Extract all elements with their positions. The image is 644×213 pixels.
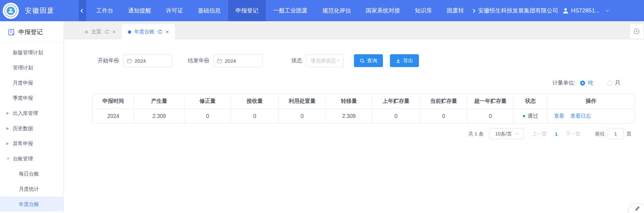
status-badge: 通过 <box>528 113 538 119</box>
col-transferred: 转移量 <box>326 94 372 109</box>
sidebar-item-annual-ledger[interactable]: 年度台账 <box>0 196 64 212</box>
main-area: 主页 × 年度台账 × × <box>64 21 644 213</box>
sidebar-item-history-data[interactable]: ▶历史数据 <box>0 121 64 136</box>
search-icon <box>360 58 365 63</box>
chevron-down-icon <box>337 59 340 61</box>
col-corrected: 修正量 <box>184 94 231 109</box>
start-year-label: 开始年份 <box>98 57 119 64</box>
tab-bar: 主页 × 年度台账 × × <box>64 21 644 39</box>
menu-item-general-industrial-waste[interactable]: 一般工业固废 <box>266 0 315 21</box>
triangle-right-icon: ▶ <box>6 105 9 121</box>
goto-page-input[interactable] <box>608 128 624 139</box>
radio-ton[interactable] <box>580 81 585 86</box>
unit-option-piece[interactable]: 只 <box>615 80 620 87</box>
triangle-down-icon: ▼ <box>6 151 10 166</box>
current-page[interactable]: 1 <box>555 131 558 137</box>
sidebar-item-ledger-management[interactable]: ▼台账管理 <box>0 151 64 166</box>
close-all-tabs-button[interactable]: × <box>630 24 643 39</box>
col-received: 接收量 <box>231 94 279 109</box>
chevron-left-icon <box>80 9 84 12</box>
user-icon <box>562 7 569 14</box>
end-year-label: 结束年份 <box>188 57 209 64</box>
col-status: 状态 <box>514 94 547 109</box>
prev-page-button[interactable]: 上一页 <box>532 131 547 137</box>
total-count: 共 1 条 <box>468 131 484 137</box>
document-edit-icon <box>8 29 15 36</box>
sidebar-title: 申报登记 <box>0 21 64 43</box>
menu-item-license[interactable]: 许可证 <box>158 0 190 21</box>
menu-item-workbench[interactable]: 工作台 <box>89 0 121 21</box>
chevron-down-icon <box>606 8 609 11</box>
col-over-year-storage: 超一年贮存量 <box>467 94 514 109</box>
goto-suffix: 页 <box>627 131 632 137</box>
search-button[interactable]: 查询 <box>354 54 383 67</box>
close-icon[interactable]: × <box>166 29 169 35</box>
sidebar-item-inout-warehouse[interactable]: ▶出入库管理 <box>0 105 64 121</box>
view-link[interactable]: 查看 <box>554 113 564 119</box>
app-badge-logo-icon <box>3 3 19 19</box>
sidebar-item-monthly-stats[interactable]: 月度统计 <box>0 181 64 196</box>
tab-dot-icon <box>128 30 131 34</box>
tab-annual-ledger[interactable]: 年度台账 × <box>122 24 175 39</box>
unit-toggle-row: 计量单位: 吨 只 <box>64 79 644 87</box>
export-button[interactable]: 导出 <box>390 54 419 67</box>
sidebar-item-new-management-plan[interactable]: 新版管理计划 <box>0 45 64 60</box>
calendar-icon <box>127 58 132 63</box>
tab-label: 年度台账 <box>134 29 154 35</box>
sidebar-item-daily-ledger[interactable]: 每日台账 <box>0 166 64 181</box>
brand-box: 安徽固废 <box>0 0 79 21</box>
menu-item-declaration[interactable]: 申报登记 <box>228 0 266 21</box>
top-navbar: 安徽固废 工作台 通知提醒 许可证 基础信息 申报登记 一般工业固废 规范化评估… <box>0 0 644 21</box>
next-page-button[interactable]: 下一页 <box>566 131 580 137</box>
top-menu: 工作台 通知提醒 许可证 基础信息 申报登记 一般工业固废 规范化评估 国家系统… <box>89 0 471 21</box>
cell-generated: 2.309 <box>134 109 184 124</box>
menu-scroll-right-button[interactable] <box>472 9 475 12</box>
status-label: 状态 <box>291 57 302 64</box>
end-year-value: 2024 <box>225 58 236 64</box>
cell-over-year-storage: 0 <box>467 109 514 124</box>
cell-declare-time: 2024 <box>93 109 134 124</box>
unit-option-ton[interactable]: 吨 <box>588 80 593 87</box>
content-panel: 开始年份 2024 结束年份 <box>64 39 644 213</box>
refresh-icon[interactable] <box>157 29 163 34</box>
menu-item-basic-info[interactable]: 基础信息 <box>190 0 228 21</box>
company-name: 安徽恒生科技发展集团有限公司 <box>478 7 558 14</box>
cell-status: 通过 <box>514 109 547 124</box>
annual-ledger-table: 申报时间 产生量 修正量 接收量 利用处置量 转移量 上年贮存量 当前贮存量 超… <box>92 94 635 124</box>
sidebar-collapse-button[interactable] <box>79 0 86 21</box>
menu-item-standardization-assessment[interactable]: 规范化评估 <box>315 0 358 21</box>
pagination: 共 1 条 10条/页 上一页 1 下一页 前往 页 <box>64 128 644 139</box>
triangle-right-icon: ▶ <box>6 121 9 136</box>
tab-home[interactable]: 主页 × <box>79 24 122 39</box>
goto-label: 前往 <box>595 131 605 137</box>
status-select[interactable]: 请选择状态 <box>306 54 344 67</box>
close-icon[interactable]: × <box>112 29 116 35</box>
page-size-select[interactable]: 10条/页 <box>489 128 524 139</box>
refresh-icon[interactable] <box>104 29 109 34</box>
view-log-link[interactable]: 查看日志 <box>570 113 591 119</box>
end-year-input[interactable]: 2024 <box>213 54 262 67</box>
cell-received: 0 <box>231 109 279 124</box>
green-dot-icon <box>523 115 525 117</box>
start-year-value: 2024 <box>135 58 146 64</box>
menu-item-notifications[interactable]: 通知提醒 <box>121 0 158 21</box>
sidebar-item-management-plan[interactable]: 管理计划 <box>0 60 64 75</box>
menu-item-knowledge-base[interactable]: 知识库 <box>407 0 439 21</box>
col-declare-time: 申报时间 <box>93 94 134 109</box>
status-placeholder: 请选择状态 <box>311 58 336 64</box>
sidebar-item-monthly-declaration[interactable]: 月度申报 <box>0 75 64 90</box>
user-menu[interactable]: 安徽恒生科技发展集团有限公司 HS72851... <box>478 7 608 14</box>
start-year-input[interactable]: 2024 <box>123 54 172 67</box>
calendar-icon <box>217 58 222 63</box>
user-id: HS72851... <box>571 7 600 14</box>
pen-icon <box>635 206 640 211</box>
radio-piece[interactable] <box>607 81 612 86</box>
cell-last-year-storage: 0 <box>372 109 420 124</box>
triangle-right-icon: ▶ <box>6 136 9 151</box>
sidebar-item-quarterly-declaration[interactable]: 季度申报 <box>0 90 64 105</box>
menu-item-national-system[interactable]: 国家系统对接 <box>358 0 407 21</box>
cell-actions: 查看 查看日志 <box>547 109 635 124</box>
sidebar-item-abnormal-declaration[interactable]: ▶异常申报 <box>0 136 64 151</box>
menu-item-waste-transfer[interactable]: 固废转 <box>439 0 471 21</box>
col-last-year-storage: 上年贮存量 <box>372 94 420 109</box>
